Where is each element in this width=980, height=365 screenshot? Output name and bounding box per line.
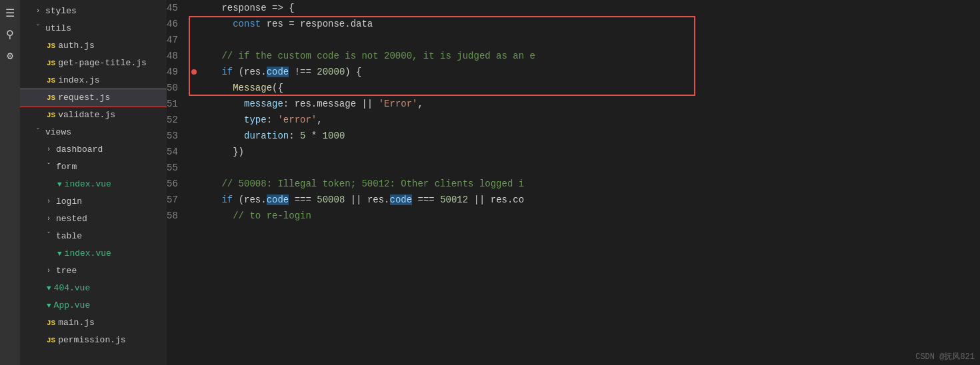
code-line-47 xyxy=(199,32,980,48)
token: Message xyxy=(199,83,272,93)
folder-label: views xyxy=(45,125,71,140)
line-number-54: 54 xyxy=(167,144,189,160)
sidebar-item-404[interactable]: ▼404.vue xyxy=(20,280,167,297)
code-editor: 4546474849505152535455565758 response =>… xyxy=(167,0,980,365)
file-label: main.js xyxy=(58,316,95,330)
code-area: 4546474849505152535455565758 response =>… xyxy=(167,0,980,365)
vue-file-icon: ▼ xyxy=(47,281,51,296)
token: 'error' xyxy=(277,115,317,125)
token: (res. xyxy=(233,194,266,205)
folder-label: dashboard xyxy=(56,143,103,157)
token: , xyxy=(317,115,322,125)
folder-label: tree xyxy=(56,264,77,278)
token: : xyxy=(267,115,278,125)
sidebar-item-index-table[interactable]: ▼index.vue xyxy=(20,245,167,262)
folder-arrow-icon: ˇ xyxy=(36,21,45,36)
token: const xyxy=(199,19,261,29)
folder-arrow-icon: › xyxy=(47,264,56,278)
file-label: index.js xyxy=(58,73,99,88)
sidebar-item-utils[interactable]: ˇutils xyxy=(20,20,167,37)
sidebar-item-tree[interactable]: ›tree xyxy=(20,262,167,280)
folder-label: styles xyxy=(45,4,77,19)
code-line-55 xyxy=(199,160,980,176)
sidebar-item-form[interactable]: ˇform xyxy=(20,159,167,176)
token: if xyxy=(199,67,233,77)
explorer-icon[interactable]: ☰ xyxy=(2,5,18,21)
js-file-icon: JS xyxy=(47,108,55,123)
token: || res.co xyxy=(468,194,524,205)
code-line-49: if (res.code !== 20000) { xyxy=(199,64,980,80)
sidebar-item-auth[interactable]: JSauth.js xyxy=(20,37,167,55)
sidebar-item-table[interactable]: ˇtable xyxy=(20,228,167,245)
line-number-50: 50 xyxy=(167,80,189,96)
folder-arrow-icon: › xyxy=(47,143,56,157)
line-number-47: 47 xyxy=(167,32,189,48)
token: 50008 xyxy=(317,194,345,205)
token: response => { xyxy=(199,3,295,13)
folder-arrow-icon: › xyxy=(36,4,45,19)
sidebar-item-validate[interactable]: JSvalidate.js xyxy=(20,107,167,124)
git-icon[interactable]: ⚲ xyxy=(2,27,18,43)
token: * xyxy=(305,131,322,141)
sidebar-item-nested[interactable]: ›nested xyxy=(20,210,167,228)
sidebar-item-request[interactable]: JSrequest.js xyxy=(20,89,167,107)
folder-label: table xyxy=(56,229,82,244)
file-label: validate.js xyxy=(58,108,115,123)
line-number-45: 45 xyxy=(167,0,189,16)
js-file-icon: JS xyxy=(47,39,55,53)
code-line-54: }) xyxy=(199,144,980,160)
folder-arrow-icon: ˇ xyxy=(47,229,56,244)
js-file-icon: JS xyxy=(47,91,55,105)
line-number-46: 46 xyxy=(167,16,189,32)
sidebar-item-dashboard[interactable]: ›dashboard xyxy=(20,141,167,159)
js-file-icon: JS xyxy=(47,316,55,330)
code-line-45: response => { xyxy=(199,0,980,16)
code-line-50: Message({ xyxy=(199,80,980,96)
file-label: App.vue xyxy=(54,298,91,313)
token: === xyxy=(289,194,317,205)
sidebar-item-permission[interactable]: JSpermission.js xyxy=(20,332,167,349)
file-label: index.vue xyxy=(65,177,111,192)
sidebar-item-views[interactable]: ˇviews xyxy=(20,124,167,141)
token: // to re-login xyxy=(199,210,311,221)
sidebar-item-get-page-title[interactable]: JSget-page-title.js xyxy=(20,55,167,72)
folder-arrow-icon: › xyxy=(47,212,56,226)
sidebar-item-index-form[interactable]: ▼index.vue xyxy=(20,176,167,193)
sidebar-item-App[interactable]: ▼App.vue xyxy=(20,297,167,314)
code-line-46: const res = response.data xyxy=(199,16,980,32)
sidebar-item-styles[interactable]: ›styles xyxy=(20,3,167,20)
token: || res. xyxy=(345,194,389,205)
file-label: index.vue xyxy=(65,246,111,261)
token: : xyxy=(289,131,300,141)
token: // 50008: Illegal token; 50012: Other cl… xyxy=(199,179,524,189)
code-line-48: // if the custom code is not 20000, it i… xyxy=(199,48,980,64)
token: // if the custom code is not 20000, it i… xyxy=(199,51,535,61)
line-number-49: 49 xyxy=(167,64,189,80)
line-number-56: 56 xyxy=(167,176,189,192)
vue-file-icon: ▼ xyxy=(47,298,51,313)
file-label: request.js xyxy=(58,91,110,105)
token: : res.message || xyxy=(283,99,379,109)
folder-label: nested xyxy=(56,212,87,226)
line-number-51: 51 xyxy=(167,96,189,112)
sidebar-item-index-utils[interactable]: JSindex.js xyxy=(20,72,167,89)
js-file-icon: JS xyxy=(47,73,55,88)
code-line-56: // 50008: Illegal token; 50012: Other cl… xyxy=(199,176,980,192)
sidebar-item-login[interactable]: ›login xyxy=(20,193,167,210)
token: if xyxy=(199,194,233,205)
token: 20000 xyxy=(317,67,345,77)
line-number-53: 53 xyxy=(167,128,189,144)
sidebar-item-main[interactable]: JSmain.js xyxy=(20,314,167,332)
settings-icon[interactable]: ⚙ xyxy=(2,48,18,64)
line-number-55: 55 xyxy=(167,160,189,176)
code-lines[interactable]: response => { const res = response.data … xyxy=(189,0,980,365)
file-label: permission.js xyxy=(58,333,125,348)
code-line-58: // to re-login xyxy=(199,208,980,224)
file-label: auth.js xyxy=(58,39,95,53)
token: ({ xyxy=(272,83,283,93)
watermark: CSDN @抚风821 xyxy=(915,351,975,362)
line-number-58: 58 xyxy=(167,208,189,224)
token: type xyxy=(199,115,267,125)
line-number-48: 48 xyxy=(167,48,189,64)
code-line-52: type: 'error', xyxy=(199,112,980,128)
